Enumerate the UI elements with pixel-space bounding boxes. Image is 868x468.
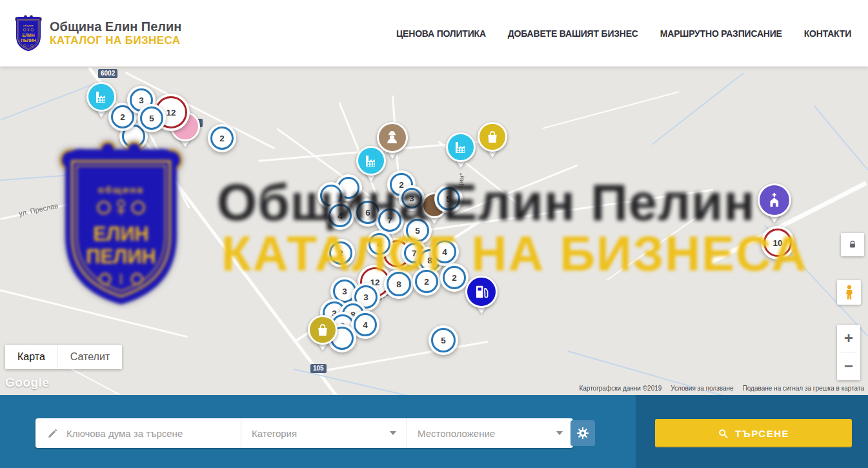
cluster-marker[interactable]: 3 bbox=[399, 185, 425, 211]
category-select[interactable]: Категория bbox=[241, 418, 407, 448]
crest-name-line1: ЕЛИН bbox=[22, 33, 34, 37]
map-canvas[interactable]: 6002105ул. Преславбул. „Новоселции" 1212… bbox=[0, 66, 868, 395]
crest-name-line2: ПЕЛИН bbox=[21, 38, 36, 43]
cluster-marker[interactable]: 5 bbox=[429, 325, 458, 355]
cluster-marker[interactable]: 4 bbox=[430, 238, 459, 266]
nav-contacts[interactable]: КОНТАКТИ bbox=[804, 28, 851, 39]
cluster-marker[interactable]: 2 bbox=[440, 263, 469, 292]
terms-of-use-link[interactable]: Условия за ползване bbox=[671, 385, 733, 392]
cluster-marker[interactable]: 10 bbox=[761, 226, 794, 259]
map-type-control: Карта Сателит bbox=[5, 345, 122, 369]
map-markers-layer: 12121023522354675427848223338345 bbox=[0, 66, 868, 395]
location-select-value: Местоположение bbox=[418, 428, 495, 439]
map-type-map-button[interactable]: Карта bbox=[5, 345, 57, 369]
pin-factory-marker[interactable] bbox=[356, 146, 386, 176]
zoom-control: + − bbox=[837, 325, 860, 380]
cluster-marker[interactable]: 5 bbox=[137, 104, 166, 132]
cluster-marker[interactable]: 4 bbox=[326, 201, 354, 230]
pin-bag-marker[interactable] bbox=[478, 122, 507, 152]
cluster-marker[interactable]: 8 bbox=[384, 269, 414, 299]
search-button-label: ТЪРСЕНЕ bbox=[735, 428, 789, 439]
zoom-out-button[interactable]: − bbox=[837, 352, 860, 380]
advanced-search-settings-button[interactable] bbox=[570, 420, 595, 446]
pin-factory-marker[interactable] bbox=[446, 132, 476, 162]
search-button[interactable]: ТЪРСЕНЕ bbox=[655, 419, 852, 447]
brand-text: Община Елин Пелин КАТАЛОГ НА БИЗНЕСА bbox=[50, 19, 181, 47]
cluster-marker[interactable]: 2 bbox=[327, 239, 355, 267]
search-fields: Категория Местоположение bbox=[35, 418, 573, 448]
gear-icon bbox=[576, 426, 590, 440]
site-subtitle: КАТАЛОГ НА БИЗНЕСА bbox=[50, 34, 181, 47]
search-bar: Категория Местоположение bbox=[0, 395, 868, 468]
brand[interactable]: община ЕЛИН ПЕЛИН Община Елин Пелин КАТА… bbox=[13, 14, 181, 53]
site-title: Община Елин Пелин bbox=[50, 19, 181, 34]
header: община ЕЛИН ПЕЛИН Община Елин Пелин КАТА… bbox=[0, 0, 868, 66]
crest-small-text: община bbox=[23, 25, 34, 27]
pin-fuel-marker[interactable] bbox=[465, 276, 498, 308]
cluster-marker[interactable]: 2 bbox=[412, 267, 441, 296]
cluster-marker[interactable]: 2 bbox=[208, 124, 236, 152]
municipality-crest-logo: община ЕЛИН ПЕЛИН bbox=[13, 14, 44, 53]
keyword-field[interactable] bbox=[35, 418, 241, 448]
pin-church-marker[interactable] bbox=[758, 183, 791, 217]
zoom-in-button[interactable]: + bbox=[837, 325, 860, 352]
google-logo[interactable]: Google bbox=[5, 376, 49, 390]
pin-bag-marker[interactable] bbox=[308, 315, 338, 345]
nav-route-schedule[interactable]: МАРШРУТНО РАЗПИСАНИЕ bbox=[660, 28, 782, 39]
main-nav: ЦЕНОВА ПОЛИТИКА ДОБАВЕТЕ ВАШИЯТ БИЗНЕС М… bbox=[396, 0, 851, 66]
pencil-icon bbox=[47, 428, 58, 439]
map-type-satellite-button[interactable]: Сателит bbox=[57, 345, 122, 369]
nav-add-your-business[interactable]: ДОБАВЕТЕ ВАШИЯТ БИЗНЕС bbox=[508, 28, 638, 39]
cluster-marker[interactable]: 5 bbox=[434, 185, 463, 213]
chevron-down-icon bbox=[556, 431, 563, 435]
search-icon bbox=[718, 428, 729, 439]
location-select[interactable]: Местоположение bbox=[407, 418, 573, 448]
cluster-marker[interactable]: 4 bbox=[366, 230, 393, 258]
page: община ЕЛИН ПЕЛИН Община Елин Пелин КАТА… bbox=[0, 0, 868, 468]
keyword-search-input[interactable] bbox=[65, 427, 216, 440]
nav-pricing-policy[interactable]: ЦЕНОВА ПОЛИТИКА bbox=[396, 28, 486, 39]
lock-button[interactable] bbox=[841, 233, 864, 256]
street-view-pegman-button[interactable] bbox=[837, 280, 861, 305]
pin-factory-marker[interactable] bbox=[86, 82, 116, 112]
category-select-value: Категория bbox=[252, 428, 297, 439]
lock-icon bbox=[847, 239, 858, 250]
report-map-error-link[interactable]: Подаване на сигнал за грешка в картата bbox=[743, 385, 864, 392]
map-data-notice: Картографски данни ©2019 bbox=[579, 385, 661, 392]
map-attribution: Картографски данни ©2019 Условия за полз… bbox=[579, 385, 864, 392]
pegman-icon bbox=[841, 283, 858, 301]
chevron-down-icon bbox=[390, 431, 396, 435]
